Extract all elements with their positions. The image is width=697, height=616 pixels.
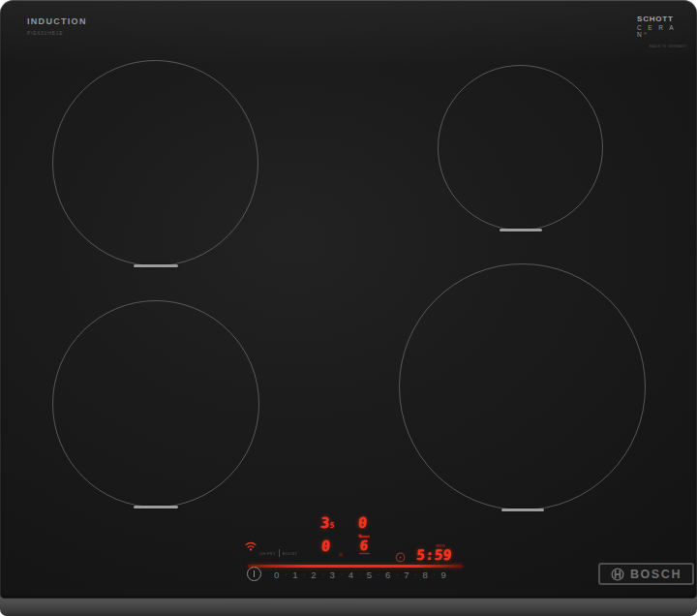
cooking-zone-front-right (399, 263, 646, 510)
zone-marker (500, 229, 542, 231)
schott-line1: SCHOTT (637, 15, 687, 23)
zone-marker (501, 508, 544, 511)
slider-dot: · (285, 571, 287, 578)
power-display-rear-right[interactable]: 0 (357, 516, 367, 531)
slider-key-1[interactable]: 1 (292, 570, 297, 580)
zone-marker (134, 506, 178, 508)
cooking-zone-rear-right (438, 65, 603, 231)
cooking-zone-rear-left (52, 60, 258, 266)
slider-dot: · (378, 571, 379, 578)
slider-key-5[interactable]: 5 (367, 570, 372, 580)
timer-clock-icon[interactable] (395, 552, 406, 563)
slider-dot: · (396, 571, 398, 578)
label-divider (279, 549, 280, 557)
schott-line2: C E R A N® (637, 24, 687, 38)
schott-ceran-logo: SCHOTT C E R A N® MADE IN GERMANY (637, 15, 687, 48)
model-number-text: PIE631HB1E (27, 30, 63, 36)
slider-dot: · (341, 571, 343, 578)
slider-dot: · (321, 571, 323, 578)
slider-key-2[interactable]: 2 (311, 570, 316, 580)
power-display-front-left[interactable]: 0 (320, 539, 330, 554)
slider-key-4[interactable]: 4 (348, 570, 353, 580)
wifi-icon (244, 540, 258, 551)
slider-dot: · (303, 571, 305, 578)
slider-dot: · (433, 571, 435, 578)
cleaning-star-icon[interactable]: ✶ (337, 551, 345, 560)
registered-mark: ® (644, 31, 647, 36)
power-display-rear-left[interactable]: 35 (319, 516, 335, 533)
slider-key-7[interactable]: 7 (404, 570, 409, 580)
power-display-front-right[interactable]: + 6 (355, 535, 373, 555)
power-icon (254, 570, 256, 577)
bosch-anchor-icon (611, 568, 624, 581)
printed-left-label: CH FRY (259, 551, 276, 556)
bosch-logo-badge: BOSCH (598, 563, 694, 585)
touch-control-panel: CH FRY BOOST 35 0 0 + 6 ✶ min 5:59 0 (240, 511, 465, 589)
slider-key-8[interactable]: 8 (422, 570, 427, 580)
schott-subtext: MADE IN GERMANY (637, 45, 687, 48)
power-level-slider[interactable]: 0 · 1 · 2 · 3 · 4 · 5 · 6 · 7 · 8 · 9 (274, 568, 446, 581)
slider-key-3[interactable]: 3 (330, 570, 335, 580)
cooking-zone-front-left (52, 300, 259, 508)
slider-key-6[interactable]: 6 (385, 570, 390, 580)
slider-dot: · (414, 571, 416, 578)
timer-value: 5:59 (407, 548, 452, 563)
printed-function-labels: CH FRY BOOST (259, 549, 297, 557)
zone-marker (134, 264, 178, 267)
slider-key-9[interactable]: 9 (441, 570, 446, 580)
timer-display[interactable]: min 5:59 (408, 542, 452, 563)
slider-dot: · (359, 571, 361, 578)
slider-key-0[interactable]: 0 (274, 570, 279, 580)
induction-label: INDUCTION (27, 16, 87, 26)
bosch-wordmark: BOSCH (630, 568, 682, 581)
power-button[interactable] (247, 567, 261, 581)
printed-right-label: BOOST (283, 551, 298, 556)
induction-hob: INDUCTION PIE631HB1E SCHOTT C E R A N® M… (0, 0, 697, 616)
